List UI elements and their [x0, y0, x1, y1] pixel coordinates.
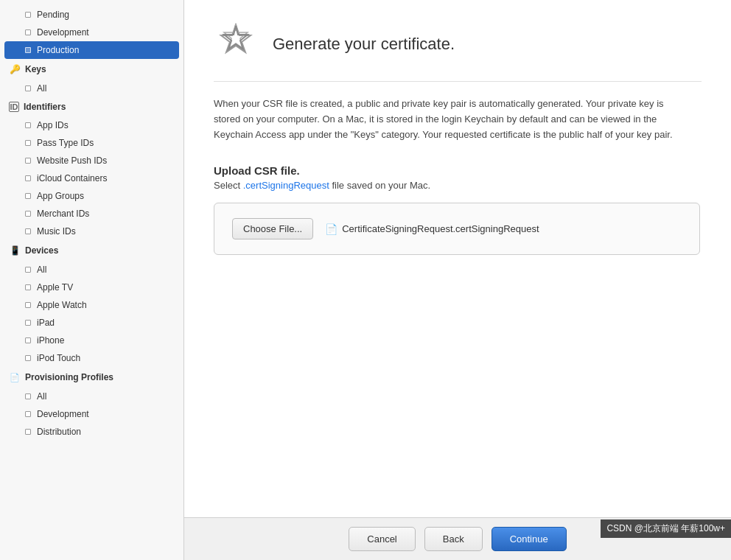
sidebar-item-distribution[interactable]: Distribution — [0, 423, 183, 441]
sidebar-header-keys[interactable]: 🔑 Keys — [0, 59, 183, 80]
dot-icon — [25, 429, 31, 435]
content-area: Generate your certificate. When your CSR… — [184, 0, 731, 517]
dot-icon — [25, 337, 31, 343]
sidebar-item-ipod-touch[interactable]: iPod Touch — [0, 349, 183, 367]
sidebar-item-development[interactable]: Development — [0, 24, 183, 41]
page-header: Generate your certificate. — [214, 22, 702, 82]
file-name-display: 📄 CertificateSigningRequest.certSigningR… — [325, 223, 539, 235]
sidebar-item-merchant-ids[interactable]: Merchant IDs — [0, 205, 183, 223]
sidebar-item-devices-all[interactable]: All — [0, 261, 183, 279]
sidebar-item-app-ids[interactable]: App IDs — [0, 116, 183, 134]
dot-icon — [25, 140, 31, 146]
identifier-icon: ID — [9, 102, 19, 112]
dot-icon — [25, 193, 31, 199]
upload-title: Upload CSR file. — [214, 164, 702, 177]
sidebar-header-identifiers[interactable]: ID Identifiers — [0, 97, 183, 116]
file-icon: 📄 — [325, 223, 337, 235]
sidebar-item-profiles-development[interactable]: Development — [0, 405, 183, 423]
main-content: Generate your certificate. When your CSR… — [184, 0, 731, 560]
continue-button[interactable]: Continue — [492, 527, 567, 551]
sidebar-item-iphone[interactable]: iPhone — [0, 332, 183, 349]
file-upload-box: Choose File... 📄 CertificateSigningReque… — [214, 203, 700, 255]
sidebar-item-keys-all[interactable]: All — [0, 80, 183, 97]
device-icon: 📱 — [9, 245, 21, 256]
sidebar-section-keys: 🔑 Keys All — [0, 59, 183, 97]
dot-icon — [25, 411, 31, 417]
upload-section: Upload CSR file. Select .certSigningRequ… — [214, 164, 702, 255]
sidebar-item-music-ids[interactable]: Music IDs — [0, 223, 183, 240]
sidebar-section-devices: 📱 Devices All Apple TV Apple Watch iPad — [0, 240, 183, 367]
back-button[interactable]: Back — [424, 527, 483, 551]
csr-link[interactable]: .certSigningRequest — [243, 180, 329, 191]
certificate-badge-icon — [214, 22, 258, 66]
sidebar-item-profiles-all[interactable]: All — [0, 388, 183, 405]
cancel-button[interactable]: Cancel — [349, 527, 415, 551]
upload-subtitle: Select .certSigningRequest file saved on… — [214, 180, 702, 191]
dot-icon — [25, 158, 31, 164]
sidebar: Pending Development Production 🔑 Keys Al… — [0, 0, 184, 560]
dot-icon — [25, 228, 31, 234]
sidebar-header-provisioning[interactable]: 📄 Provisioning Profiles — [0, 367, 183, 388]
sidebar-header-devices[interactable]: 📱 Devices — [0, 240, 183, 261]
dot-icon — [25, 355, 31, 361]
sidebar-item-pass-type-ids[interactable]: Pass Type IDs — [0, 134, 183, 152]
sidebar-section-certificates: Pending Development Production — [0, 6, 183, 59]
footer-bar: Cancel Back Continue — [184, 517, 731, 560]
dot-icon — [25, 320, 31, 326]
sidebar-item-app-groups[interactable]: App Groups — [0, 187, 183, 205]
sidebar-section-provisioning-profiles: 📄 Provisioning Profiles All Development … — [0, 367, 183, 441]
description-text: When your CSR file is created, a public … — [214, 97, 685, 142]
key-icon: 🔑 — [9, 63, 21, 75]
choose-file-button[interactable]: Choose File... — [232, 218, 313, 239]
dot-icon — [25, 211, 31, 217]
sidebar-item-icloud-containers[interactable]: iCloud Containers — [0, 169, 183, 187]
dot-icon — [25, 302, 31, 308]
dot-icon — [25, 122, 31, 128]
dot-icon — [25, 12, 31, 18]
page-title: Generate your certificate. — [273, 35, 455, 54]
dot-icon — [25, 47, 31, 53]
sidebar-item-website-push-ids[interactable]: Website Push IDs — [0, 152, 183, 169]
profile-icon: 📄 — [9, 371, 21, 383]
dot-icon — [25, 284, 31, 290]
sidebar-item-production[interactable]: Production — [4, 41, 179, 59]
file-name-text: CertificateSigningRequest.certSigningReq… — [342, 223, 539, 234]
sidebar-section-identifiers: ID Identifiers App IDs Pass Type IDs Web… — [0, 97, 183, 240]
dot-icon — [25, 85, 31, 91]
sidebar-item-apple-watch[interactable]: Apple Watch — [0, 296, 183, 314]
dot-icon — [25, 29, 31, 35]
sidebar-item-pending[interactable]: Pending — [0, 6, 183, 24]
dot-icon — [25, 393, 31, 399]
sidebar-item-apple-tv[interactable]: Apple TV — [0, 279, 183, 296]
dot-icon — [25, 267, 31, 273]
sidebar-item-ipad[interactable]: iPad — [0, 314, 183, 332]
dot-icon — [25, 175, 31, 181]
